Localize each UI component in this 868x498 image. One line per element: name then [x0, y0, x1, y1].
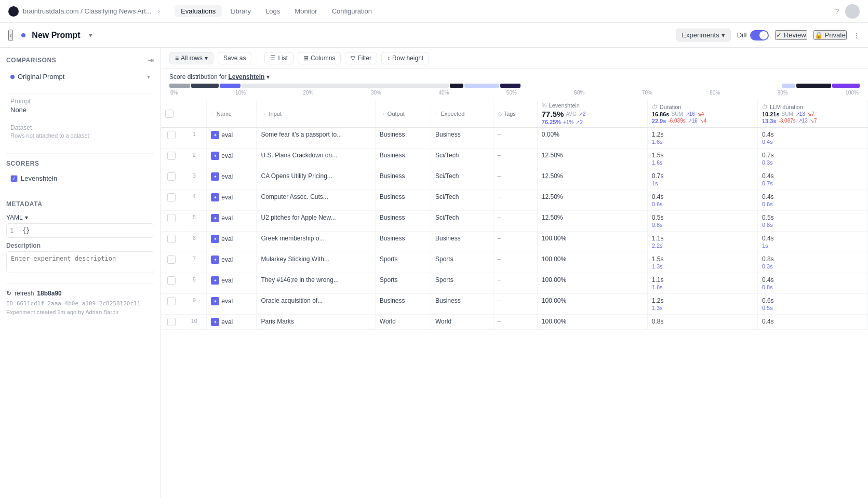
lev-diff1: ↗2: [579, 111, 586, 117]
name-value: eval: [221, 194, 233, 201]
th-output[interactable]: →Output: [375, 100, 431, 128]
description-input[interactable]: [6, 251, 154, 273]
row-checkbox[interactable]: [161, 169, 182, 190]
experiments-button[interactable]: Experiments ▾: [676, 29, 730, 42]
row-name[interactable]: ✦ eval: [207, 169, 257, 190]
llm-secondary: 1s: [762, 243, 863, 249]
row-checkbox[interactable]: [161, 190, 182, 211]
row-checkbox[interactable]: [161, 232, 182, 252]
llm-sum2-diff: -3.087s: [778, 118, 795, 124]
user-avatar[interactable]: [845, 4, 860, 19]
all-rows-button[interactable]: ≡ All rows ▾: [169, 52, 213, 64]
table-row[interactable]: 2 ✦ eval U.S. Plans Crackdown on... Busi…: [161, 149, 868, 169]
row-output: Business: [375, 128, 431, 149]
row-checkbox[interactable]: [161, 252, 182, 273]
row-expected: Sports: [431, 273, 493, 294]
breadcrumb: braintrustdata.com / Classifying News Ar…: [23, 7, 152, 15]
levenshtein-scorer[interactable]: ✓ Levenshtein: [6, 173, 154, 183]
nav-tab-library[interactable]: Library: [224, 5, 257, 17]
table-row[interactable]: 4 ✦ eval Computer Assoc. Cuts... Busines…: [161, 190, 868, 211]
yaml-chevron[interactable]: ▾: [25, 214, 28, 221]
row-input: U2 pitches for Apple New...: [257, 211, 375, 232]
row-checkbox[interactable]: [161, 315, 182, 330]
table-row[interactable]: 10 ✦ eval Paris Marks World World – 100.…: [161, 315, 868, 330]
yaml-line-1: 1 {}: [10, 227, 151, 234]
th-llm-duration[interactable]: ⏱LLM duration 10.21s SUM ↗13 ↘7: [757, 100, 867, 128]
row-expected: Business: [431, 294, 493, 315]
dur-sum: 16.86s: [652, 111, 670, 117]
data-table-wrap: ≡Name →Input →Output ≡Expected ◇Tags: [161, 100, 868, 498]
row-output: World: [375, 315, 431, 330]
row-checkbox[interactable]: [161, 211, 182, 232]
more-options-icon[interactable]: ⋮: [853, 31, 860, 39]
row-name[interactable]: ✦ eval: [207, 211, 257, 232]
th-name[interactable]: ≡Name: [207, 100, 257, 128]
row-checkbox[interactable]: [161, 294, 182, 315]
header-checkbox[interactable]: [165, 110, 173, 118]
dur-diff-pos1: ↗16: [685, 111, 695, 117]
comparisons-header: Comparisons ⇥: [6, 54, 154, 66]
duration-col-header: ⏱Duration: [652, 104, 753, 110]
dur-sum2: 22.9s: [652, 118, 666, 124]
row-name[interactable]: ✦ eval: [207, 190, 257, 211]
list-button[interactable]: ☰ List: [264, 52, 293, 64]
row-name[interactable]: ✦ eval: [207, 232, 257, 252]
nav-tab-evaluations[interactable]: Evaluations: [175, 5, 222, 17]
dataset-value: Rows not attached to a dataset: [6, 132, 154, 139]
table-row[interactable]: 1 ✦ eval Some fear it's a passport to...…: [161, 128, 868, 149]
yaml-editor[interactable]: 1 {}: [6, 223, 154, 238]
score-distribution: Score distribution for Levenshtein ▾ 0% …: [161, 69, 868, 100]
dur-col-icon: ⏱: [652, 104, 658, 110]
th-input[interactable]: →Input: [257, 100, 375, 128]
row-llm-duration: 0.4s 0.4s: [757, 128, 867, 149]
help-icon[interactable]: ?: [835, 7, 839, 15]
nav-tab-configuration[interactable]: Configuration: [326, 5, 378, 17]
table-row[interactable]: 7 ✦ eval Mularkey Sticking With... Sport…: [161, 252, 868, 273]
table-row[interactable]: 6 ✦ eval Greek membership o... Business …: [161, 232, 868, 252]
nav-tab-logs[interactable]: Logs: [259, 5, 286, 17]
llm-stats: 10.21s SUM ↗13 ↘7 13.3s -3.087s ↗13 ↘7: [762, 111, 863, 124]
save-as-button[interactable]: Save as: [218, 52, 251, 64]
th-tags[interactable]: ◇Tags: [493, 100, 537, 128]
comparisons-collapse[interactable]: ⇥: [148, 56, 154, 64]
table-row[interactable]: 9 ✦ eval Oracle acquisition of... Busine…: [161, 294, 868, 315]
main-content: ≡ All rows ▾ Save as ☰ List ⊞ Columns ▽ …: [161, 48, 868, 498]
diff-toggle[interactable]: [750, 30, 769, 41]
row-tags: –: [493, 252, 537, 273]
th-levenshtein[interactable]: %Levenshtein 77.5% AVG ↗2 76.25%: [537, 100, 647, 128]
row-name[interactable]: ✦ eval: [207, 128, 257, 149]
levenshtein-checkbox[interactable]: ✓: [10, 175, 18, 182]
row-tags: –: [493, 190, 537, 211]
nav-tab-monitor[interactable]: Monitor: [288, 5, 323, 17]
prompt-chevron[interactable]: ▾: [89, 31, 92, 39]
row-checkbox[interactable]: [161, 149, 182, 169]
table-row[interactable]: 8 ✦ eval They #146;re in the wrong... Sp…: [161, 273, 868, 294]
row-checkbox[interactable]: [161, 273, 182, 294]
review-button[interactable]: ✓ Review: [775, 30, 807, 40]
table-row[interactable]: 3 ✦ eval CA Opens Utility Pricing... Bus…: [161, 169, 868, 190]
row-checkbox[interactable]: [161, 128, 182, 149]
th-duration[interactable]: ⏱Duration 16.86s SUM ↗16 ↘4 2: [647, 100, 757, 128]
row-name[interactable]: ✦ eval: [207, 273, 257, 294]
table-row[interactable]: 5 ✦ eval U2 pitches for Apple New... Bus…: [161, 211, 868, 232]
private-button[interactable]: 🔒 Private: [813, 30, 847, 40]
row-input: Greek membership o...: [257, 232, 375, 252]
row-output: Business: [375, 149, 431, 169]
columns-button[interactable]: ⊞ Columns: [298, 52, 341, 64]
back-button[interactable]: ‹: [8, 30, 13, 41]
row-name[interactable]: ✦ eval: [207, 315, 257, 330]
row-name[interactable]: ✦ eval: [207, 149, 257, 169]
row-height-button[interactable]: ↕ Row height: [381, 52, 429, 64]
refresh-icon[interactable]: ↻: [6, 290, 11, 297]
dist-seg-7: [796, 84, 831, 88]
yaml-line-number: 1: [10, 227, 18, 234]
row-levenshtein: 12.50%: [537, 211, 647, 232]
th-expected[interactable]: ≡Expected: [431, 100, 493, 128]
filter-button[interactable]: ▽ Filter: [345, 52, 377, 64]
row-name[interactable]: ✦ eval: [207, 294, 257, 315]
dur-secondary: 2.2s: [652, 243, 753, 249]
row-name[interactable]: ✦ eval: [207, 252, 257, 273]
tags-col-icon: ◇: [498, 111, 502, 117]
row-tags: –: [493, 294, 537, 315]
original-prompt-item[interactable]: Original Prompt ▾: [6, 71, 154, 83]
